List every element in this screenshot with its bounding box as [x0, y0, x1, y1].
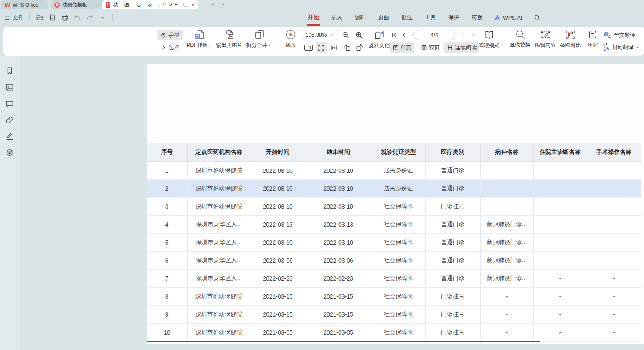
- monitor-icon[interactable]: [183, 0, 189, 10]
- continuous-read-icon: [447, 44, 453, 51]
- file-menu-button[interactable]: 文件: [4, 14, 24, 21]
- table-row: 6深圳市龙华区人...2022-03-062022-03-06社会保障卡普通门诊…: [147, 251, 641, 269]
- redo-icon[interactable]: [85, 13, 94, 22]
- tab-document-pdf[interactable]: P 就 医 记 录 .PDF ×: [102, 0, 198, 9]
- rotate-right-button[interactable]: [354, 42, 365, 53]
- page-indicator: 4/4: [431, 32, 438, 38]
- actual-size-button[interactable]: 1:1: [303, 42, 314, 53]
- fit-page-button[interactable]: [316, 42, 327, 53]
- table-row: 3深圳市妇幼保健院2022-08-102022-08-10社会保障卡门诊挂号--…: [147, 197, 641, 215]
- table-cell: 2022-02-23: [305, 269, 372, 287]
- undo-icon[interactable]: [73, 13, 82, 22]
- compress-icon: [587, 29, 598, 40]
- divider: [112, 14, 113, 21]
- table-cell: 8: [147, 287, 187, 305]
- hand-icon: [160, 32, 166, 38]
- wps-logo-icon: W: [5, 2, 10, 8]
- first-page-icon: [391, 32, 397, 38]
- divider: [29, 14, 30, 21]
- quick-access-chevron-icon[interactable]: [98, 13, 107, 22]
- table-cell: 2022-03-10: [305, 233, 372, 251]
- docer-logo-icon: [54, 2, 60, 8]
- table-cell: 深圳市妇幼保健院: [187, 287, 251, 305]
- previous-page-button[interactable]: [399, 30, 408, 39]
- hamburger-icon: [4, 15, 10, 21]
- page-number-input[interactable]: 4/4: [413, 30, 455, 40]
- layers-icon[interactable]: [5, 148, 15, 158]
- table-cell: -: [480, 323, 533, 341]
- table-cell: -: [587, 287, 641, 305]
- tab-list-chevron-icon[interactable]: [221, 2, 226, 7]
- signature-pen-icon[interactable]: [5, 132, 15, 142]
- fit-width-button[interactable]: [328, 42, 339, 53]
- table-cell: -: [480, 161, 533, 179]
- table-cell: 普通门诊: [425, 215, 480, 233]
- single-page-icon: [393, 44, 399, 51]
- close-tab-icon[interactable]: ×: [191, 2, 195, 8]
- save-icon[interactable]: [48, 13, 57, 22]
- menu-item-2[interactable]: 编辑: [354, 12, 367, 23]
- menu-item-4[interactable]: 批注: [401, 12, 413, 23]
- menu-item-6[interactable]: 保护: [447, 12, 460, 23]
- menu-item-wps-ai[interactable]: WPS AI: [494, 14, 522, 21]
- menu-items: 开始插入编辑页面批注工具保护转换 WPS AI: [307, 9, 542, 26]
- compress-button[interactable]: 压缩: [582, 29, 603, 49]
- table-header-cell: 开始时间: [251, 143, 305, 161]
- table-row: 2深圳市妇幼保健院2022-08-102022-08-10居民身份证普通门诊--…: [147, 179, 641, 197]
- read-mode-button[interactable]: 阅读模式: [473, 29, 505, 49]
- table-cell: -: [533, 269, 587, 287]
- table-cell: -: [533, 233, 587, 251]
- new-tab-button[interactable]: +: [211, 0, 215, 8]
- table-cell: 3: [147, 197, 187, 215]
- find-replace-label: 查找替换: [510, 41, 530, 49]
- play-button[interactable]: 播放: [280, 29, 302, 49]
- find-replace-icon: [515, 29, 525, 40]
- zoom-out-button[interactable]: [341, 30, 351, 40]
- ribbon-toolbar: 手型 选择 W PDF转换 输出为图片: [3, 27, 644, 56]
- table-cell: -: [587, 323, 641, 341]
- menu-item-7[interactable]: 转换: [471, 12, 484, 23]
- double-page-label: 双页: [429, 44, 440, 51]
- fit-page-icon: [317, 44, 325, 51]
- print-icon[interactable]: [60, 13, 69, 22]
- split-merge-button[interactable]: 拆分合并: [236, 29, 282, 49]
- menu-item-0[interactable]: 开始: [307, 12, 320, 23]
- tab-docer-templates[interactable]: 找稻壳模板: [51, 0, 104, 9]
- menu-item-5[interactable]: 工具: [424, 12, 437, 23]
- table-cell: 2022-03-10: [251, 233, 305, 251]
- search-icon[interactable]: [533, 13, 542, 22]
- first-page-button[interactable]: [389, 30, 398, 39]
- menu-item-1[interactable]: 插入: [330, 12, 343, 23]
- table-cell: 9: [147, 305, 187, 323]
- table-cell: 深圳市妇幼保健院: [187, 305, 251, 323]
- zoom-value: 105.88%: [305, 32, 327, 38]
- word-translate-button[interactable]: 文 A 划词翻译: [602, 43, 640, 51]
- attachment-icon[interactable]: [5, 115, 15, 125]
- table-cell: 深圳市龙华区人...: [187, 251, 251, 269]
- full-translate-button[interactable]: A 全文翻译: [603, 31, 635, 39]
- table-cell: 深圳市龙华区人...: [187, 215, 251, 233]
- table-cell: -: [587, 305, 641, 323]
- thumbnail-image-icon[interactable]: [5, 83, 15, 93]
- pdf-convert-label: PDF转换: [187, 42, 208, 49]
- pdf-convert-icon: W: [194, 29, 205, 40]
- screenshot-compare-button[interactable]: 截图对比: [555, 29, 586, 49]
- table-cell: 10: [147, 323, 187, 341]
- chevron-down-icon: [636, 45, 640, 49]
- menu-item-3[interactable]: 页面: [377, 12, 390, 23]
- document-title: 就 医 记 录 .PDF: [113, 1, 180, 8]
- table-cell: -: [533, 161, 587, 179]
- table-header-cell: 住院主诊断名称: [533, 143, 587, 161]
- comment-icon[interactable]: [5, 99, 15, 109]
- open-file-icon[interactable]: [35, 13, 44, 22]
- table-cell: 门诊挂号: [425, 323, 480, 341]
- rotate-left-button[interactable]: [342, 42, 352, 53]
- zoom-level-dropdown[interactable]: 105.88%: [302, 30, 337, 40]
- single-page-button[interactable]: 单页: [390, 42, 414, 53]
- next-page-button[interactable]: [459, 30, 468, 39]
- table-cell: 社会保障卡: [372, 323, 425, 341]
- tab-wps-office[interactable]: W WPS Office: [1, 0, 48, 9]
- table-header-cell: 手术操作名称: [587, 143, 641, 161]
- table-cell: -: [533, 179, 587, 197]
- bookmark-icon[interactable]: [5, 66, 15, 77]
